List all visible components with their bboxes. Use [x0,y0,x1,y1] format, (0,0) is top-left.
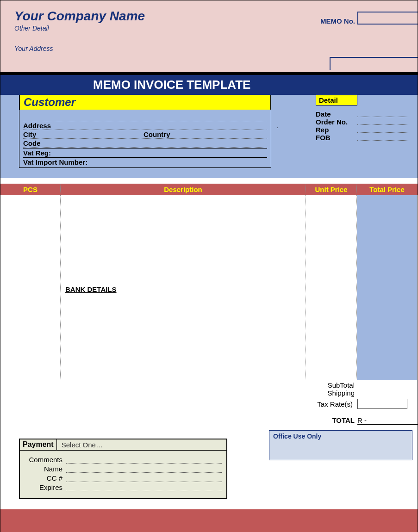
col-total-price-header: Total Price [357,184,417,195]
payment-title: Payment [20,439,57,450]
description-column[interactable]: BANK DETAILS [61,195,306,380]
office-use-box[interactable]: Office Use Only [269,430,412,460]
customer-header: Customer [19,95,271,110]
footer-bar [0,507,418,532]
code-label: Code [23,139,65,147]
tax-rate-row: Tax Rate(s) [264,399,418,409]
date-label: Date [316,110,357,118]
customer-code-row[interactable]: Code [23,139,267,148]
period-mark: . [277,123,279,130]
vat-reg-row[interactable]: Vat Reg: [23,148,267,157]
shipping-label: Shipping [264,389,357,397]
address-label: Address [23,122,65,130]
col-unit-price-header: Unit Price [306,184,357,195]
name-label: Name [25,465,66,473]
payment-box: Payment Select One… Comments Name CC # E… [19,439,227,499]
document-title: MEMO INVOICE TEMPLATE [0,75,418,95]
total-label: TOTAL [264,416,357,425]
vat-import-row[interactable]: Vat Import Number: [23,157,267,167]
comments-row[interactable]: Comments [25,456,222,464]
customer-blank-row[interactable] [23,113,267,121]
subtotal-row: SubTotal [264,381,418,389]
shipping-row: Shipping [264,389,418,397]
col-pcs-header: PCS [0,184,61,195]
order-no-label: Order No. [316,118,357,126]
summary-section: SubTotal Shipping Tax Rate(s) TOTALR - [0,380,418,425]
your-address[interactable]: Your Address [14,45,404,52]
items-header-row: PCS Description Unit Price Total Price [0,184,418,195]
col-description-header: Description [61,184,306,195]
info-section: Customer Address CityCountry Code Vat Re… [0,95,418,178]
expires-label: Expires [25,483,66,491]
detail-block: Detail Date Order No. Rep FOB [316,95,408,142]
customer-block: Customer Address CityCountry Code Vat Re… [19,95,271,168]
bank-details-label: BANK DETAILS [65,285,117,293]
rep-label: Rep [316,126,357,134]
country-label: Country [143,130,181,138]
summary-right: SubTotal Shipping Tax Rate(s) TOTALR - [264,380,418,425]
other-detail[interactable]: Other Detail [14,25,404,32]
detail-rep-row[interactable]: Rep [316,126,408,134]
detail-body: Date Order No. Rep FOB [316,110,408,142]
payment-header-row: Payment Select One… [20,439,226,451]
customer-address-row[interactable]: Address [23,122,267,130]
subtotal-label: SubTotal [264,381,357,389]
tax-rate-label: Tax Rate(s) [264,400,357,408]
unit-price-column[interactable] [306,195,357,380]
payment-select[interactable]: Select One… [57,439,226,450]
payment-body: Comments Name CC # Expires [20,451,226,498]
cc-row[interactable]: CC # [25,474,222,482]
total-value: R - [357,416,418,425]
header-section: Your Company Name Other Detail Your Addr… [0,0,418,72]
memo-no-input[interactable] [357,12,418,25]
city-label: City [23,130,65,138]
total-price-column[interactable] [357,195,417,380]
bottom-area: Payment Select One… Comments Name CC # E… [0,425,418,507]
invoice-template: Your Company Name Other Detail Your Addr… [0,0,418,532]
detail-header: Detail [316,95,357,105]
detail-date-row[interactable]: Date [316,110,408,118]
detail-fob-row[interactable]: FOB [316,134,408,142]
items-body: BANK DETAILS [0,195,418,380]
tax-rate-input[interactable] [357,399,407,409]
subtotal-value[interactable] [357,381,418,389]
expires-row[interactable]: Expires [25,483,222,491]
memo-secondary-box[interactable] [330,57,418,70]
customer-city-row[interactable]: CityCountry [23,130,267,139]
gap [0,178,418,184]
detail-order-row[interactable]: Order No. [316,118,408,126]
fob-label: FOB [316,134,357,142]
name-row[interactable]: Name [25,465,222,473]
customer-body: Address CityCountry Code Vat Reg: Vat Im… [19,110,271,167]
comments-label: Comments [25,456,66,464]
pcs-column[interactable] [0,195,61,380]
total-row: TOTALR - [264,416,418,425]
memo-no-label: MEMO No. [320,17,355,25]
shipping-value[interactable] [357,389,418,397]
cc-label: CC # [25,474,66,482]
